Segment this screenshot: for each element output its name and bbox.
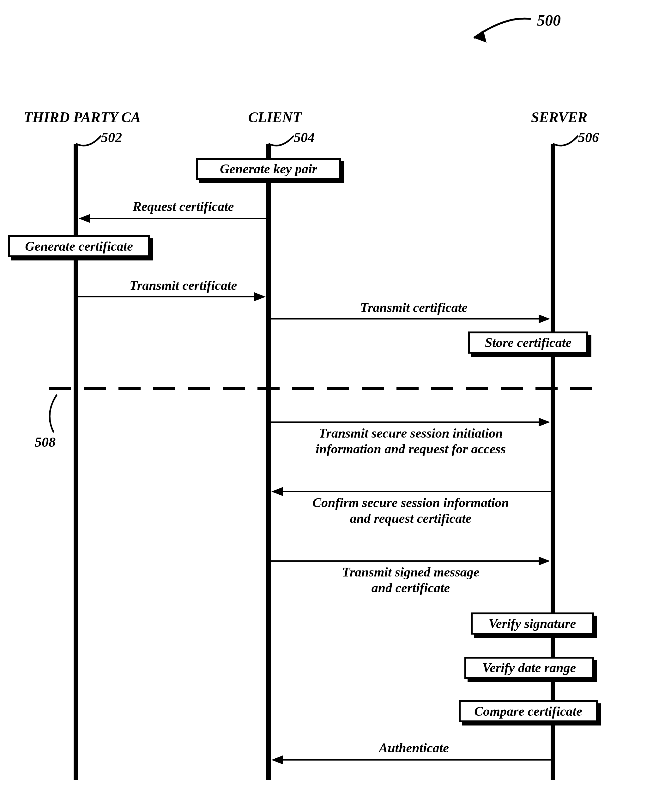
- lifeline-client: [266, 144, 271, 780]
- msg-session-init-text-l1: Transmit secure session initiation: [275, 426, 547, 441]
- box-verify-date-range: Verify date range: [464, 657, 594, 679]
- ref-506: 506: [578, 129, 599, 145]
- msg-request-certificate-arrow: [79, 214, 90, 223]
- msg-session-init-line: [271, 422, 539, 423]
- msg-signed-text-l2: and certificate: [275, 580, 547, 595]
- msg-confirm-arrow: [271, 487, 283, 496]
- ref-504: 504: [294, 129, 314, 145]
- ref-502: 502: [101, 129, 122, 145]
- msg-transmit-cert-2-arrow: [539, 314, 550, 323]
- msg-request-certificate-line: [90, 218, 266, 219]
- box-generate-key-pair: Generate key pair: [196, 158, 341, 180]
- msg-confirm-text-l1: Confirm secure session information: [275, 495, 547, 510]
- msg-session-init-arrow: [539, 418, 550, 426]
- box-compare-certificate: Compare certificate: [459, 700, 598, 722]
- msg-transmit-cert-1-line: [78, 296, 254, 297]
- msg-authenticate-line: [283, 759, 550, 761]
- msg-signed-text-l1: Transmit signed message: [275, 564, 547, 580]
- ref-506-hook: [553, 132, 580, 150]
- ref-508-hook: [44, 395, 73, 436]
- lifeline-server: [550, 144, 555, 780]
- msg-transmit-cert-1-arrow: [254, 292, 266, 301]
- sequence-diagram: 500 THIRD PARTY CA CLIENT SERVER 502 504…: [0, 0, 665, 812]
- participant-client: CLIENT: [228, 109, 322, 126]
- msg-session-init-text-l2: information and request for access: [275, 441, 547, 456]
- msg-transmit-cert-2-text: Transmit certificate: [335, 300, 493, 315]
- figure-ref-500: 500: [537, 11, 561, 29]
- msg-transmit-cert-2-line: [271, 318, 539, 320]
- msg-confirm-line: [283, 491, 550, 492]
- msg-signed-arrow: [539, 557, 550, 565]
- ref-504-hook: [269, 132, 295, 150]
- msg-confirm-text-l2: and request certificate: [275, 511, 547, 526]
- box-verify-signature: Verify signature: [471, 613, 594, 635]
- ref-502-hook: [76, 132, 103, 150]
- msg-signed-line: [271, 560, 539, 562]
- box-generate-certificate: Generate certificate: [8, 235, 150, 257]
- figure-ref-leader: [436, 13, 531, 57]
- msg-transmit-cert-1-text: Transmit certificate: [104, 278, 262, 293]
- participant-third-party-ca: THIRD PARTY CA: [19, 109, 145, 126]
- participant-server: SERVER: [512, 109, 606, 126]
- ref-508: 508: [35, 434, 56, 450]
- msg-authenticate-arrow: [271, 755, 283, 764]
- msg-authenticate-text: Authenticate: [335, 740, 493, 755]
- box-store-certificate: Store certificate: [468, 332, 588, 354]
- msg-request-certificate-text: Request certificate: [104, 199, 262, 214]
